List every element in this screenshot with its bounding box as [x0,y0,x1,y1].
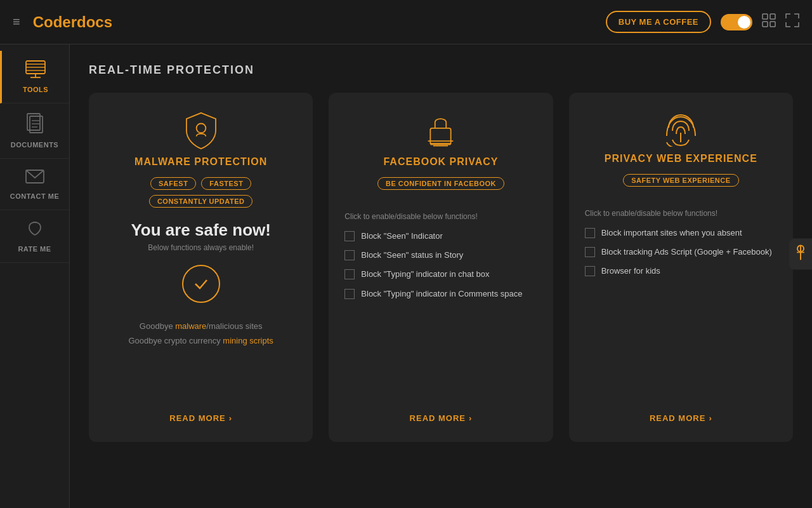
checkbox-browser-kids[interactable] [585,266,595,276]
sidebar-documents-label: DOCUMENTS [11,141,58,149]
checkbox-typing-comments[interactable] [344,289,355,299]
checkbox-item-block-sites[interactable]: Block important sites when you absent [585,227,777,239]
svg-rect-0 [763,14,768,19]
checkbox-block-sites[interactable] [585,228,595,238]
svg-point-16 [196,123,206,133]
malware-card-title: MALWARE PROTECTION [134,156,267,168]
checkbox-seen[interactable] [344,231,355,241]
privacy-web-card: PRIVACY WEB EXPERIENCE SAFETY WEB EXPERI… [569,93,793,442]
facebook-card: FACEBOOK PRIVACY BE CONFIDENT IN FACEBOO… [329,93,553,442]
facebook-card-title: FACEBOOK PRIVACY [383,156,498,168]
safe-message: You are safe now! [131,220,271,240]
checkbox-browser-kids-label: Browser for kids [601,265,660,277]
svg-rect-17 [431,128,451,145]
facebook-click-note: Click to enable/disable below functions! [344,212,537,221]
checkbox-item-browser-kids[interactable]: Browser for kids [585,265,777,277]
checkbox-seen-label: Block "Seen" Indicator [361,231,442,242]
checkbox-item-typing-chat[interactable]: Block "Typing" indicator in chat box [344,269,537,280]
tools-icon [25,60,46,83]
pin-icon[interactable] [789,239,812,270]
privacy-web-card-title: PRIVACY WEB EXPERIENCE [605,153,757,164]
sidebar-tools-label: TOOLS [23,86,48,93]
documents-icon [26,113,44,138]
privacy-web-badges: SAFETY WEB EXPERIENCE [623,174,738,187]
checkbox-seen-story-label: Block "Seen" status in Story [361,250,463,261]
malware-card: MALWARE PROTECTION SAFEST FASTEST CONSTA… [89,93,313,442]
checkbox-item-typing-comments[interactable]: Block "Typing" indicator in Comments spa… [344,288,537,300]
privacy-web-read-more[interactable]: READ MORE › [650,413,712,423]
safest-badge: SAFEST [150,177,196,190]
buy-coffee-button[interactable]: BUY ME A COFFEE [606,11,711,33]
menu-icon[interactable]: ≡ [13,15,20,29]
privacy-web-checkboxes: Block important sites when you absent Bl… [585,227,777,277]
check-circle-icon [182,265,220,303]
header-actions: BUY ME A COFFEE [606,11,799,33]
sidebar-rate-label: RATE ME [18,245,51,253]
cards-container: MALWARE PROTECTION SAFEST FASTEST CONSTA… [89,93,793,442]
content-area: REAL-TIME PROTECTION MALWARE PROTECTION … [70,44,812,508]
checkbox-item-seen-story[interactable]: Block "Seen" status in Story [344,250,537,261]
checkbox-tracking-ads[interactable] [585,247,595,257]
checkbox-block-sites-label: Block important sites when you absent [601,227,742,239]
checkbox-typing-comments-label: Block "Typing" indicator in Comments spa… [361,288,522,300]
svg-rect-2 [763,22,768,27]
malware-read-more[interactable]: READ MORE › [169,413,232,423]
sidebar-item-contact[interactable]: CONTACT ME [0,159,69,210]
rate-icon [25,220,44,242]
checkbox-typing-chat[interactable] [344,269,355,279]
facebook-badges: BE CONFIDENT IN FACEBOOK [377,177,504,190]
toggle-switch[interactable] [721,14,752,30]
fastest-badge: FASTEST [201,177,251,190]
malware-badges: SAFEST FASTEST CONSTANTLY UPDATED [105,177,297,208]
checkbox-item-tracking-ads[interactable]: Block tracking Ads Script (Google + Face… [585,246,777,258]
goodbye-text: Goodbye malware/malicious sites Goodbye … [129,319,273,349]
lock-icon [423,112,458,150]
main-layout: TOOLS DOCUMENTS C [0,44,812,508]
confident-badge: BE CONFIDENT IN FACEBOOK [377,177,504,190]
sidebar-item-rate[interactable]: RATE ME [0,210,69,263]
facebook-checkboxes: Block "Seen" Indicator Block "Seen" stat… [344,231,537,300]
sidebar-contact-label: CONTACT ME [10,192,60,200]
page-title: REAL-TIME PROTECTION [89,64,793,77]
header: ≡ Coderdocs BUY ME A COFFEE [0,0,812,44]
checkbox-tracking-ads-label: Block tracking Ads Script (Google + Face… [601,246,772,258]
sidebar-item-tools[interactable]: TOOLS [0,51,69,104]
svg-rect-1 [770,14,775,19]
shield-icon [182,112,220,150]
fingerprint-icon [664,112,698,147]
contact-icon [25,168,44,189]
grid-icon[interactable] [762,13,776,30]
checkbox-seen-story[interactable] [344,250,355,260]
sidebar: TOOLS DOCUMENTS C [0,44,70,508]
safety-web-badge: SAFETY WEB EXPERIENCE [623,174,738,187]
checkbox-typing-chat-label: Block "Typing" indicator in chat box [361,269,489,280]
facebook-read-more[interactable]: READ MORE › [410,413,473,423]
expand-icon[interactable] [785,13,799,30]
constantly-updated-badge: CONSTANTLY UPDATED [149,195,253,208]
svg-rect-3 [770,22,775,27]
privacy-web-click-note: Click to enable/disable below functions! [585,209,777,218]
sidebar-item-documents[interactable]: DOCUMENTS [0,104,69,159]
checkbox-item-seen[interactable]: Block "Seen" Indicator [344,231,537,242]
safe-sub: Below functions always enable! [148,243,254,252]
app-logo: Coderdocs [33,13,606,31]
